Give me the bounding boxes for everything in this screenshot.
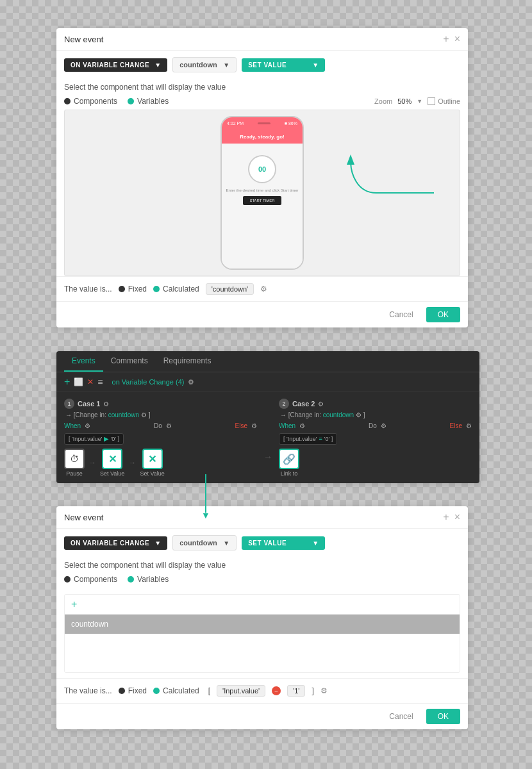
radio-variables[interactable]: Variables [128,97,169,106]
bottom-calculated-label: Calculated [163,686,199,695]
outline-checkbox-box[interactable] [428,97,435,105]
add-variable-button[interactable]: + [65,595,460,615]
bottom-components-label: Components [74,575,117,584]
zoom-value: 50% [397,97,411,105]
delete-event-button[interactable]: ✕ [87,377,94,386]
top-dropdown-row: ON VARIABLE CHANGE ▼ countdown ▼ SET VAL… [56,51,468,79]
top-panel-title: New event [64,35,103,44]
case2-else-gear[interactable]: ⚙ [466,422,472,429]
case2-action-linkto: 🔗 Link to [279,449,299,477]
case1-do-label: Do [154,422,162,429]
events-panel: Events Comments Requirements + ⬜ ✕ ≡ on … [56,351,479,483]
bottom-value-is-label: The value is... [64,686,112,695]
tab-events[interactable]: Events [64,351,103,372]
bottom-action-dropdown[interactable]: SET VALUE ▼ [242,536,325,550]
calculated-radio[interactable]: Calculated [153,285,199,294]
bottom-minus-icon[interactable]: − [272,686,281,695]
bottom-trigger-dropdown[interactable]: ON VARIABLE CHANGE ▼ [64,536,167,550]
bottom-calculated-radio[interactable]: Calculated [153,686,199,695]
bottom-close-icon[interactable]: × [454,511,460,523]
pause-icon[interactable]: ⏱ [64,449,85,469]
case2-header: 2 Case 2 ⚙ [279,399,472,409]
case1-action-setvalue2: ✕ Set Value [140,449,164,477]
setvalue1-icon[interactable]: ✕ [102,449,122,469]
events-tabs: Events Comments Requirements [56,351,479,372]
bottom-radio-variables[interactable]: Variables [128,575,169,584]
close-icon[interactable]: × [454,33,460,45]
variables-list: + countdown [64,594,460,673]
value-tag[interactable]: 'countdown' [206,283,254,295]
linkto-label: Link to [281,470,298,477]
phone-time-display: 4:02 PM [227,121,244,126]
add-event-button[interactable]: + [64,376,70,388]
bottom-value-row: The value is... Fixed Calculated [ 'Inpu… [56,678,468,703]
case2-do-gear[interactable]: ⚙ [381,422,387,429]
bottom-bracket-close: ] [312,686,313,695]
bottom-variable-dropdown[interactable]: countdown ▼ [172,535,237,550]
case1-when-gear[interactable]: ⚙ [85,422,90,429]
radio-components[interactable]: Components [64,97,117,106]
bottom-value-num[interactable]: '1' [287,685,305,697]
bottom-add-icon[interactable]: + [443,511,449,523]
copy-event-button[interactable]: ⬜ [74,377,83,386]
bottom-ok-button[interactable]: OK [426,709,460,724]
tab-requirements[interactable]: Requirements [156,351,219,372]
phone-battery: ■ 86% [285,121,297,126]
setvalue2-icon[interactable]: ✕ [142,449,163,469]
action-dropdown[interactable]: SET VALUE ▼ [242,58,325,72]
event-gear-icon[interactable]: ⚙ [188,378,194,386]
bottom-panel-title: New event [64,513,103,522]
linkto-icon[interactable]: 🔗 [279,449,299,469]
bottom-value-tag[interactable]: 'Input.value' [217,685,265,697]
case1-condition-box: [ 'Input.value' ▶ '0' ] [64,433,124,445]
settings-icon[interactable]: ⚙ [260,285,267,294]
bottom-trigger-label: ON VARIABLE CHANGE [71,540,149,547]
case1-actions: ⏱ Pause → ✕ Set Value → ✕ Set Value [64,449,257,477]
events-toolbar: + ⬜ ✕ ≡ on Variable Change (4) ⚙ [56,372,479,392]
fixed-radio[interactable]: Fixed [119,285,147,294]
phone-title: Ready, steady, go! [240,134,285,140]
top-ok-button[interactable]: OK [426,307,460,322]
bottom-action-arrow: ▼ [312,540,319,547]
case2-column: 2 Case 2 ⚙ → [Change in: countdown ⚙ ] W… [279,399,472,477]
case1-condition: [ 'Input.value' ▶ '0' ] [64,433,257,445]
setvalue2-label: Set Value [140,470,164,477]
case2-else-label: Else [450,422,462,429]
case1-do-gear[interactable]: ⚙ [166,422,172,429]
outline-checkbox[interactable]: Outline [428,97,460,105]
variable-label: countdown [179,61,217,69]
bottom-settings-icon[interactable]: ⚙ [320,686,328,695]
bottom-radio-components[interactable]: Components [64,575,117,584]
variable-item-countdown[interactable]: countdown [65,615,460,634]
right-arrow-icon: → [263,452,272,462]
radio-row: Components Variables [64,97,169,106]
phone-desc: Enter the desired time and click Start t… [222,188,302,192]
tab-comments[interactable]: Comments [103,351,156,372]
bottom-fixed-label: Fixed [128,686,147,695]
case1-number: 1 [64,399,74,409]
variables-radio-dot [128,98,134,104]
case1-gear-icon[interactable]: ⚙ [103,401,109,408]
pause-label: Pause [66,470,83,477]
trigger-dropdown[interactable]: ON VARIABLE CHANGE ▼ [64,58,167,72]
bottom-fixed-radio[interactable]: Fixed [119,686,147,695]
top-panel-header: New event + × [56,28,468,51]
fixed-radio-dot [119,286,125,292]
action-arrow: ▼ [312,62,319,69]
case-divider-arrow: → [257,399,279,477]
outline-label: Outline [438,97,460,105]
bottom-cancel-button[interactable]: Cancel [383,709,419,724]
case2-when-gear[interactable]: ⚙ [299,422,305,429]
top-cancel-button[interactable]: Cancel [383,307,419,322]
case1-column: 1 Case 1 ⚙ → [Change in: countdown ⚙ ] W… [64,399,257,477]
variables-empty-space [65,634,460,672]
case1-else-gear[interactable]: ⚙ [251,422,257,429]
fixed-label: Fixed [128,285,147,294]
list-event-button[interactable]: ≡ [97,377,103,387]
connecting-arrow [205,474,206,513]
zoom-arrow[interactable]: ▼ [417,98,422,104]
add-icon[interactable]: + [443,33,449,45]
case2-number: 2 [279,399,289,409]
variable-dropdown[interactable]: countdown ▼ [172,57,237,72]
case2-gear-icon[interactable]: ⚙ [318,401,324,408]
